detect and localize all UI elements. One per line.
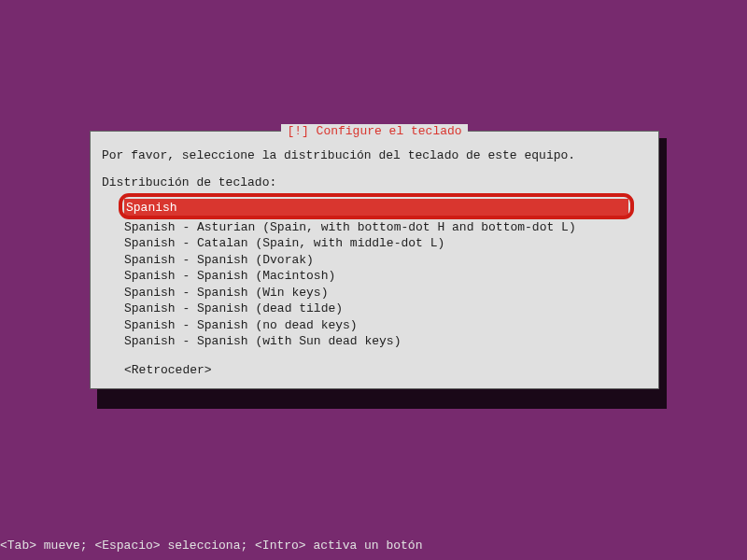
keyboard-layout-list[interactable]: Spanish Spanish - Asturian (Spain, with …	[124, 199, 647, 350]
list-item[interactable]: Spanish - Asturian (Spain, with bottom-d…	[124, 219, 647, 236]
list-item[interactable]: Spanish - Spanish (no dead keys)	[124, 317, 647, 334]
list-item[interactable]: Spanish - Spanish (Win keys)	[124, 285, 647, 301]
list-item[interactable]: Spanish - Spanish (with Sun dead keys)	[124, 333, 647, 350]
list-item[interactable]: Spanish - Spanish (Macintosh)	[124, 268, 647, 285]
list-item[interactable]: Spanish - Catalan (Spain, with middle-do…	[124, 235, 647, 252]
list-item[interactable]: Spanish - Spanish (dead tilde)	[124, 301, 647, 317]
dialog-label: Distribución de teclado:	[102, 175, 647, 189]
footer-hint: <Tab> mueve; <Espacio> selecciona; <Intr…	[0, 539, 422, 553]
keyboard-config-dialog: [!] Configure el teclado Por favor, sele…	[90, 131, 659, 389]
list-item-selected-wrap[interactable]: Spanish	[124, 199, 647, 217]
back-button[interactable]: <Retroceder>	[124, 363, 647, 377]
dialog-title: [!] Configure el teclado	[281, 124, 467, 138]
dialog-prompt: Por favor, seleccione la distribución de…	[102, 148, 647, 162]
list-item[interactable]: Spanish - Spanish (Dvorak)	[124, 252, 647, 269]
list-item-selected[interactable]: Spanish	[124, 199, 628, 217]
